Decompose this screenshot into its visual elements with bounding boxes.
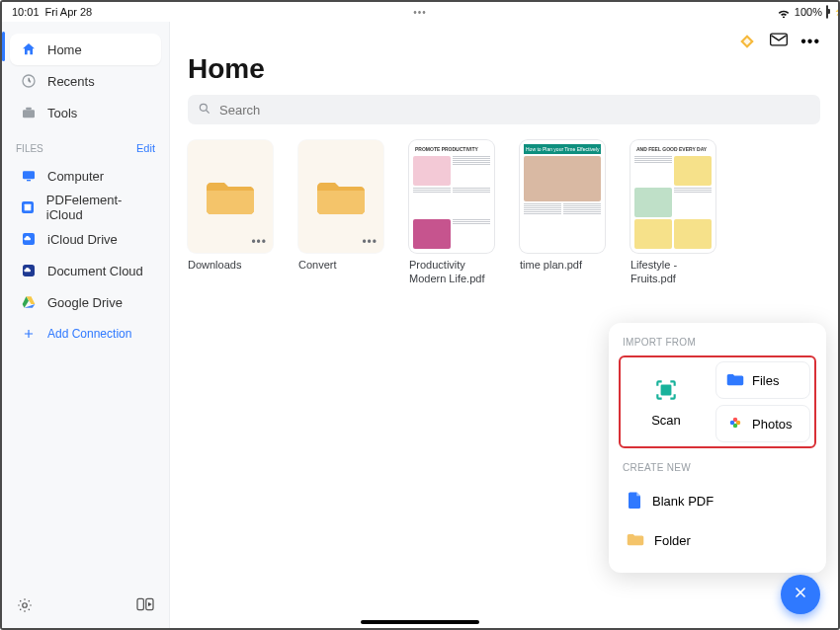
sidebar-item-label: Recents [47, 74, 95, 89]
folder-icon [317, 177, 365, 216]
content-area: ••• Home ••• Downloads [170, 22, 838, 628]
more-icon[interactable]: ••• [800, 33, 820, 50]
blank-pdf-label: Blank PDF [652, 494, 714, 509]
blank-pdf-button[interactable]: Blank PDF [619, 481, 816, 521]
document-thumbnail: AND FEEL GOOD EVERY DAY [630, 140, 715, 253]
sidebar-item-label: Google Drive [47, 295, 123, 310]
status-time: 10:01 [12, 6, 40, 18]
multitask-dots[interactable]: ••• [413, 7, 427, 18]
battery-icon: ⚡ [826, 6, 828, 18]
svg-rect-13 [137, 598, 143, 609]
close-icon [793, 585, 808, 604]
svg-rect-4 [27, 180, 31, 181]
sidebar-item-document-cloud[interactable]: Document Cloud [10, 255, 161, 286]
inbox-icon[interactable] [769, 32, 789, 51]
svg-rect-17 [771, 34, 788, 45]
svg-point-18 [200, 104, 207, 111]
file-card[interactable]: AND FEEL GOOD EVERY DAY Lifestyle - Frui… [630, 140, 715, 286]
folder-thumbnail: ••• [188, 140, 273, 253]
search-bar[interactable] [188, 95, 820, 124]
file-caption: Downloads [188, 259, 273, 273]
svg-rect-6 [25, 204, 32, 211]
files-section-header: FILES Edit [2, 128, 169, 160]
toolbox-icon [20, 106, 38, 119]
icloud-icon [20, 231, 38, 247]
sidebar-item-icloud[interactable]: iCloud Drive [10, 223, 161, 255]
doc-heading: PROMOTE PRODUCTIVITY [413, 144, 490, 154]
wifi-icon [777, 7, 791, 18]
sidebar-item-label: Home [47, 42, 82, 57]
layout-icon[interactable] [135, 596, 155, 618]
scan-icon [653, 377, 679, 407]
photos-icon [726, 414, 744, 434]
new-folder-icon [627, 531, 644, 549]
sidebar-item-label: Tools [47, 106, 77, 120]
svg-rect-19 [661, 384, 672, 395]
battery-percent: 100% [795, 6, 822, 18]
import-highlight: Scan Files Photos [619, 355, 816, 448]
create-import-popup: IMPORT FROM Scan Files [609, 323, 826, 573]
sidebar-item-label: PDFelement-iCloud [46, 193, 151, 222]
photos-button[interactable]: Photos [715, 405, 810, 442]
svg-point-23 [730, 420, 735, 425]
files-label: Files [752, 373, 779, 388]
home-indicator [361, 620, 479, 624]
sidebar-item-computer[interactable]: Computer [10, 160, 161, 192]
close-fab-button[interactable] [781, 575, 820, 614]
edit-button[interactable]: Edit [136, 142, 155, 154]
folder-thumbnail: ••• [298, 140, 383, 253]
add-connection-button[interactable]: Add Connection [10, 318, 161, 350]
search-icon [198, 102, 211, 118]
status-bar: 10:01 Fri Apr 28 ••• 100% ⚡ [2, 2, 838, 22]
svg-rect-3 [23, 171, 35, 179]
files-label: FILES [16, 143, 43, 154]
premium-badge-icon[interactable] [737, 32, 757, 51]
card-more-icon[interactable]: ••• [251, 235, 267, 249]
file-card[interactable]: ••• Convert [298, 140, 383, 286]
blank-pdf-icon [627, 491, 642, 512]
sidebar-item-home[interactable]: Home [10, 34, 161, 65]
file-card[interactable]: How to Plan your Time Effectively time p… [520, 140, 605, 286]
file-caption: Productivity Modern Life.pdf [409, 259, 494, 286]
search-input[interactable] [219, 103, 810, 118]
clock-icon [20, 73, 38, 89]
sidebar-item-google-drive[interactable]: Google Drive [10, 286, 161, 318]
import-from-label: IMPORT FROM [619, 333, 816, 355]
file-card[interactable]: PROMOTE PRODUCTIVITY Productivity Modern… [409, 140, 494, 286]
new-folder-label: Folder [654, 533, 691, 548]
new-folder-button[interactable]: Folder [619, 521, 816, 559]
sidebar-item-label: Computer [47, 169, 104, 184]
pdf-app-icon [20, 199, 37, 215]
files-grid: ••• Downloads ••• Convert PROMOTE PROD [188, 140, 820, 286]
file-caption: Convert [298, 259, 383, 273]
gdrive-icon [20, 295, 38, 309]
file-card[interactable]: ••• Downloads [188, 140, 273, 286]
document-thumbnail: PROMOTE PRODUCTIVITY [409, 140, 494, 253]
monitor-icon [20, 169, 38, 183]
sidebar: Home Recents Tools FILES Edit Computer [2, 22, 170, 628]
photos-label: Photos [752, 417, 792, 432]
sidebar-item-label: Document Cloud [47, 264, 143, 278]
files-folder-icon [726, 371, 744, 389]
card-more-icon[interactable]: ••• [362, 235, 378, 249]
file-caption: time plan.pdf [520, 259, 605, 273]
files-button[interactable]: Files [715, 361, 810, 399]
create-new-label: CREATE NEW [619, 458, 816, 481]
sidebar-item-recents[interactable]: Recents [10, 65, 161, 97]
home-icon [20, 41, 38, 57]
folder-icon [207, 177, 254, 216]
page-title: Home [188, 53, 820, 85]
doc-heading: AND FEEL GOOD EVERY DAY [634, 144, 712, 154]
scan-button[interactable]: Scan [625, 361, 708, 442]
sidebar-item-tools[interactable]: Tools [10, 97, 161, 128]
svg-rect-2 [26, 108, 31, 111]
sidebar-item-pdfelement-icloud[interactable]: PDFelement-iCloud [10, 192, 161, 223]
plus-icon [20, 327, 38, 341]
add-connection-label: Add Connection [47, 327, 131, 341]
doc-heading: How to Plan your Time Effectively [524, 144, 601, 154]
cloud-square-icon [20, 263, 38, 278]
status-date: Fri Apr 28 [45, 6, 93, 18]
file-caption: Lifestyle - Fruits.pdf [630, 259, 715, 286]
gear-icon[interactable] [16, 596, 34, 618]
svg-rect-1 [23, 110, 35, 118]
